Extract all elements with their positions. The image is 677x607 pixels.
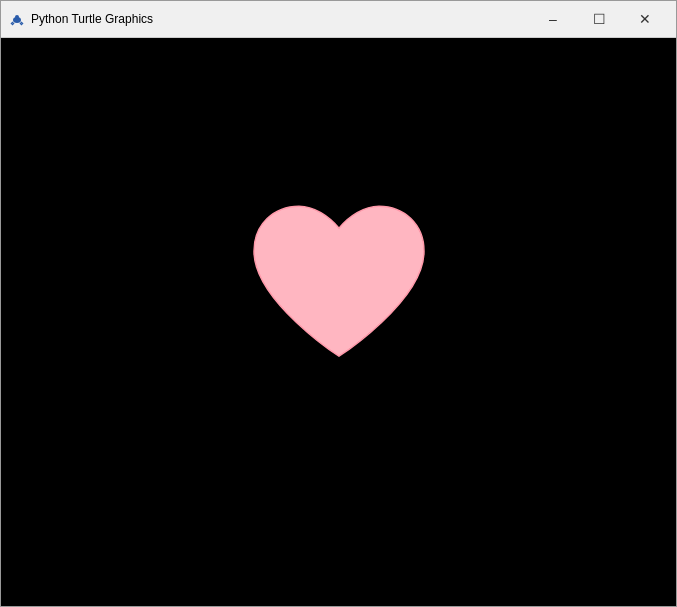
window-title: Python Turtle Graphics xyxy=(31,12,530,26)
heart-graphic xyxy=(234,186,444,380)
window-controls: – ☐ ✕ xyxy=(530,3,668,35)
svg-point-1 xyxy=(15,15,19,19)
title-bar: Python Turtle Graphics – ☐ ✕ xyxy=(1,1,676,38)
canvas-area xyxy=(1,38,676,606)
minimize-button[interactable]: – xyxy=(530,3,576,35)
turtle-icon xyxy=(9,11,25,27)
maximize-button[interactable]: ☐ xyxy=(576,3,622,35)
close-button[interactable]: ✕ xyxy=(622,3,668,35)
application-window: Python Turtle Graphics – ☐ ✕ xyxy=(0,0,677,607)
heart-svg xyxy=(234,186,444,376)
